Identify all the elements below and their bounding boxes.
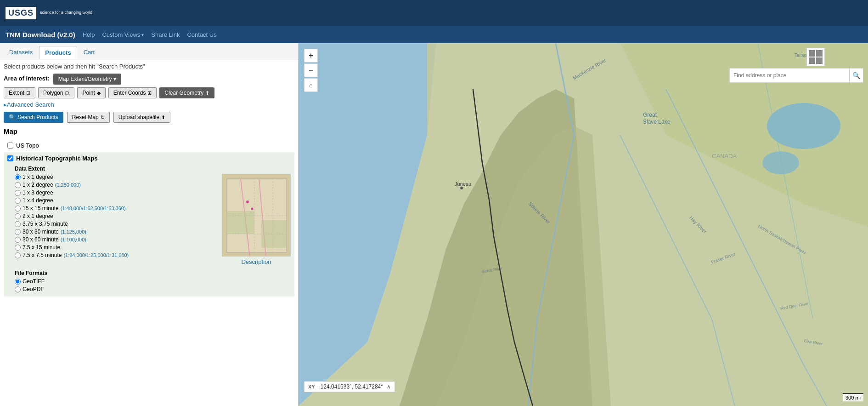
tab-products[interactable]: Products	[39, 46, 77, 59]
polygon-button[interactable]: Polygon ⬡	[38, 87, 74, 98]
logo-area: USGS science for a changing world	[6, 7, 92, 19]
zoom-in-button[interactable]: +	[304, 49, 318, 63]
extent-icon: ⊡	[26, 90, 30, 96]
historical-topo-checkbox[interactable]	[7, 155, 13, 161]
map-extent-button[interactable]: Map Extent/Geometry ▾	[53, 74, 122, 85]
svg-point-10	[246, 200, 249, 203]
refresh-icon: ↻	[101, 114, 105, 120]
scale-text: 300 mi	[845, 395, 861, 400]
radio-3p75x3p75[interactable]	[15, 221, 21, 227]
clear-icon: ⬆	[205, 90, 209, 96]
scale-bar: 300 mi	[843, 393, 863, 401]
address-search-input[interactable]	[730, 70, 849, 81]
tab-cart[interactable]: Cart	[78, 46, 101, 59]
coordinates-text: -124.041533°, 52.417284°	[319, 383, 383, 390]
action-row: 🔍 Search Products Reset Map ↻ Upload sha…	[4, 112, 294, 123]
app-title: TNM Download (v2.0)	[6, 31, 75, 39]
thumbnail-svg	[222, 174, 291, 257]
tab-datasets[interactable]: Datasets	[4, 46, 38, 59]
radio-item-9: 7.5 x 15 minute	[15, 244, 218, 251]
zoom-out-button[interactable]: −	[304, 63, 318, 77]
panel-scroll-area: Select products below and then hit "Sear…	[0, 59, 298, 406]
description-link[interactable]: Description	[241, 258, 271, 265]
upload-icon: ⬆	[161, 114, 165, 120]
search-products-button[interactable]: 🔍 Search Products	[4, 112, 63, 123]
grid-cell-2	[816, 50, 823, 57]
nav-share-link[interactable]: Share Link	[151, 31, 180, 38]
radio-1x1[interactable]	[15, 174, 21, 180]
historical-topo-header: Historical Topographic Maps	[7, 155, 291, 162]
radio-item-0: 1 x 1 degree	[15, 174, 218, 180]
radio-7p5x15[interactable]	[15, 245, 21, 251]
usgs-logo: USGS	[6, 7, 36, 19]
grid-cell-4	[816, 57, 823, 64]
svg-text:Slave Lake: Slave Lake	[643, 119, 671, 125]
xy-label: XY	[308, 384, 315, 389]
us-topo-checkbox[interactable]	[7, 143, 13, 149]
main-layout: Datasets Products Cart Select products b…	[0, 43, 868, 406]
radio-2x1[interactable]	[15, 213, 21, 219]
radio-15x15[interactable]	[15, 206, 21, 212]
upload-shapefile-button[interactable]: Upload shapefile ⬆	[113, 112, 170, 123]
radio-1x3[interactable]	[15, 190, 21, 196]
chevron-up-icon[interactable]: ∧	[387, 383, 391, 390]
svg-point-11	[251, 208, 254, 210]
radio-item-4: 15 x 15 minute (1:48,000/1:62,500/1:63,3…	[15, 205, 218, 212]
home-button[interactable]: ⌂	[304, 78, 318, 92]
svg-rect-4	[227, 211, 254, 234]
search-icon: 🔍	[852, 72, 860, 79]
map-section-title: Map	[4, 127, 294, 137]
app-header: USGS science for a changing world	[0, 0, 868, 26]
select-message: Select products below and then hit "Sear…	[4, 63, 294, 70]
enter-coords-button[interactable]: Enter Coords ⊞	[108, 87, 157, 98]
point-button[interactable]: Point ◆	[77, 87, 105, 98]
file-formats-title: File Formats	[15, 270, 291, 276]
grid-cell-1	[809, 50, 815, 57]
file-formats-section: File Formats GeoTIFF GeoPDF	[15, 270, 291, 292]
radio-item-7: 30 x 30 minute (1:125,000)	[15, 229, 218, 235]
radio-item-2: 1 x 3 degree	[15, 189, 218, 196]
geotiff-item: GeoTIFF	[15, 278, 291, 285]
advanced-search-toggle[interactable]: ▸Advanced Search	[4, 101, 294, 108]
data-extent-title: Data Extent	[15, 166, 291, 172]
point-icon: ◆	[97, 90, 101, 96]
map-terrain: Mackenzie River Great Slave Lake Hay Riv…	[299, 43, 868, 406]
extent-button[interactable]: Extent ⊡	[4, 87, 35, 98]
svg-text:Great: Great	[643, 112, 657, 118]
area-label: Area of Interest:	[4, 75, 50, 82]
radio-1x2[interactable]	[15, 182, 21, 188]
navbar: TNM Download (v2.0) Help Custom Views ▾ …	[0, 26, 868, 43]
map-area[interactable]: Mackenzie River Great Slave Lake Hay Riv…	[299, 43, 868, 406]
clear-geometry-button[interactable]: Clear Geometry ⬆	[159, 87, 214, 98]
panel-inner: Select products below and then hit "Sear…	[0, 59, 298, 406]
address-search-button[interactable]: 🔍	[849, 69, 863, 82]
radio-30x60[interactable]	[15, 237, 21, 243]
nav-contact-us[interactable]: Contact Us	[187, 31, 216, 38]
search-icon: 🔍	[9, 114, 16, 120]
chevron-down-icon: ▾	[113, 76, 116, 82]
map-controls: + − ⌂	[304, 49, 318, 92]
svg-point-13	[767, 103, 840, 149]
radio-item-10: 7.5 x 7.5 minute (1:24,000/1:25,000/1:31…	[15, 252, 218, 258]
radio-item-5: 2 x 1 degree	[15, 213, 218, 219]
geometry-toolbar: Extent ⊡ Polygon ⬡ Point ◆ Enter Coords …	[4, 87, 294, 98]
svg-point-27	[460, 187, 463, 189]
chevron-down-icon: ▾	[141, 32, 144, 37]
nav-custom-views[interactable]: Custom Views ▾	[102, 31, 144, 38]
radio-30x30[interactable]	[15, 229, 21, 235]
area-of-interest-row: Area of Interest: Map Extent/Geometry ▾	[4, 74, 294, 85]
logo-text: USGS	[8, 8, 34, 18]
radio-item-3: 1 x 4 degree	[15, 197, 218, 204]
tabs-bar: Datasets Products Cart	[0, 43, 298, 59]
nav-help[interactable]: Help	[83, 31, 95, 38]
logo-subtitle: science for a changing world	[40, 10, 92, 16]
reset-map-button[interactable]: Reset Map ↻	[67, 112, 110, 123]
geopdf-radio[interactable]	[15, 286, 21, 292]
radio-7p5x7p5[interactable]	[15, 252, 21, 258]
map-thumbnail	[222, 174, 291, 257]
svg-text:CANADA: CANADA	[712, 153, 737, 160]
radio-1x4[interactable]	[15, 198, 21, 204]
historical-topo-label: Historical Topographic Maps	[16, 155, 97, 162]
svg-text:Juneau: Juneau	[455, 181, 471, 187]
geotiff-radio[interactable]	[15, 279, 21, 285]
